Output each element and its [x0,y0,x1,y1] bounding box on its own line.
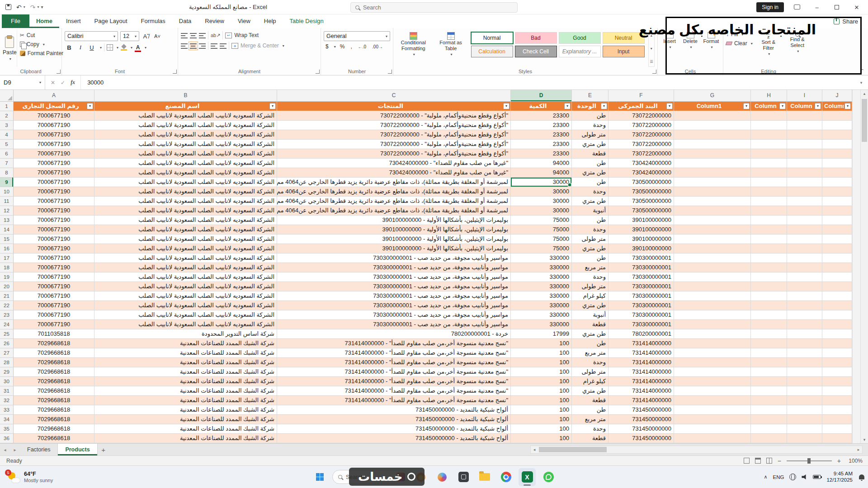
cell-H34[interactable] [751,415,787,424]
cell-J33[interactable] [822,405,852,415]
cell-F5[interactable]: 730722000000 [609,140,674,149]
number-format-select[interactable]: General▾ [324,31,390,41]
cell-F22[interactable]: 730300000001 [609,301,674,310]
cell-F3[interactable]: 730722000000 [609,121,674,130]
format-painter-button[interactable]: Format Painter [20,50,63,56]
cell-D20[interactable]: 330000 [511,282,572,291]
cell-H4[interactable] [751,130,787,140]
tab-review[interactable]: Review [198,14,231,28]
cell-D7[interactable]: 94000 [511,159,572,168]
tab-data[interactable]: Data [172,14,198,28]
file-explorer-button[interactable] [476,468,493,486]
cell-I34[interactable] [787,415,822,424]
cell-J15[interactable] [822,235,852,244]
cell-H3[interactable] [751,121,787,130]
cell-J31[interactable] [822,386,852,396]
align-middle-icon[interactable] [190,33,197,38]
cell-D17[interactable]: 330000 [511,253,572,263]
cell-C31[interactable]: "نسج معدنية منسوجة أخر،من صلب مقاوم للصد… [277,386,511,396]
cell-C21[interactable]: مواسير وأنابيب مجوفة، من حديد صب - 73030… [277,291,511,301]
cell-B9[interactable]: الشركة السعوديه لانابيب الصلب السعودية ل… [94,178,277,187]
cell-G23[interactable] [674,310,751,320]
cell-A27[interactable]: 7029668618 [14,348,94,358]
cell-G16[interactable] [674,244,751,253]
battery-icon[interactable] [813,475,821,479]
new-sheet-button[interactable]: + [98,444,109,455]
cell-E19[interactable]: وحدة [572,272,609,282]
cell-F31[interactable]: 731414000000 [609,386,674,396]
redo-dropdown-icon[interactable]: ▾ [37,5,39,9]
cell-I26[interactable] [787,339,822,348]
row-header-29[interactable]: 29 [0,367,14,377]
cell-B26[interactable]: شركة الشبك الممدد للصناعات المعدنية [94,339,277,348]
row-header-23[interactable]: 23 [0,310,14,320]
cell-B16[interactable]: الشركة السعوديه لانابيب الصلب السعودية ل… [94,244,277,253]
cell-H20[interactable] [751,282,787,291]
font-name-select[interactable]: Calibri▾ [65,31,118,41]
sheet-nav-right-icon[interactable]: ▸ [10,444,20,455]
cell-style-explanatory-[interactable]: Explanatory ... [559,46,601,57]
column-header-D[interactable]: D [511,90,572,102]
zoom-slider-thumb[interactable] [807,458,811,464]
tab-file[interactable]: File [2,14,29,28]
excel-taskbar-button[interactable]: X [519,468,536,486]
cell-C20[interactable]: مواسير وأنابيب مجوفة، من حديد صب - 73030… [277,282,511,291]
cell-I25[interactable] [787,329,822,339]
cell-E29[interactable]: متر طولى [572,367,609,377]
cell-H5[interactable] [751,140,787,149]
column-header-C[interactable]: C [277,90,511,102]
row-header-20[interactable]: 20 [0,282,14,291]
font-color-icon[interactable]: A [135,44,141,51]
row-header-6[interactable]: 6 [0,149,14,159]
cell-H12[interactable] [751,206,787,216]
cell-E30[interactable]: كيلو غرام [572,377,609,386]
row-header-7[interactable]: 7 [0,159,14,168]
cell-F29[interactable]: 731414000000 [609,367,674,377]
row-header-22[interactable]: 22 [0,301,14,310]
cell-B25[interactable]: شركة اساس التدوير المحدودة [94,329,277,339]
cell-H9[interactable] [751,178,787,187]
cell-A29[interactable]: 7029668618 [14,367,94,377]
cell-E18[interactable]: متر مربع [572,263,609,272]
row-header-25[interactable]: 25 [0,329,14,339]
cell-G5[interactable] [674,140,751,149]
cell-D27[interactable]: 100 [511,348,572,358]
cell-H29[interactable] [751,367,787,377]
cell-D21[interactable]: 330000 [511,291,572,301]
cell-J22[interactable] [822,301,852,310]
cell-B17[interactable]: الشركة السعوديه لانابيب الصلب السعودية ل… [94,253,277,263]
network-icon[interactable] [789,474,796,480]
cut-button[interactable]: ✂Cut [20,32,63,38]
cell-A26[interactable]: 7029668618 [14,339,94,348]
cell-H24[interactable] [751,320,787,329]
cell-E34[interactable]: متر مربع [572,415,609,424]
cell-J3[interactable] [822,121,852,130]
cell-E17[interactable]: طن [572,253,609,263]
italic-button[interactable]: I [76,44,85,51]
cell-H17[interactable] [751,253,787,263]
row-header-35[interactable]: 35 [0,424,14,434]
cell-C11[interactable]: لمبرشمة أو المغلقة بطريقة مماثلة)، ذات م… [277,197,511,206]
row-header-34[interactable]: 34 [0,415,14,424]
cell-G4[interactable] [674,130,751,140]
cell-F28[interactable]: 731414000000 [609,358,674,367]
select-all-corner[interactable] [0,90,14,102]
cell-C10[interactable]: لمبرشمة أو المغلقة بطريقة مماثلة)، ذات م… [277,187,511,197]
row-header-21[interactable]: 21 [0,291,14,301]
column-header-G[interactable]: G [674,90,751,102]
cell-H10[interactable] [751,187,787,197]
cell-E35[interactable]: وحدة [572,424,609,434]
cell-J25[interactable] [822,329,852,339]
cell-H23[interactable] [751,310,787,320]
cell-D14[interactable]: 75000 [511,225,572,235]
close-button[interactable]: ✕ [850,4,863,11]
bold-button[interactable]: B [65,44,74,51]
cell-E33[interactable]: طن [572,405,609,415]
row-header-32[interactable]: 32 [0,396,14,405]
cell-B19[interactable]: الشركة السعوديه لانابيب الصلب السعودية ل… [94,272,277,282]
cell-H2[interactable] [751,111,787,121]
cell-J17[interactable] [822,253,852,263]
cell-C2[interactable]: "أكواع وقطع منحنيةوأكمام، ملولبة" - 7307… [277,111,511,121]
cell-I22[interactable] [787,301,822,310]
cell-H8[interactable] [751,168,787,178]
